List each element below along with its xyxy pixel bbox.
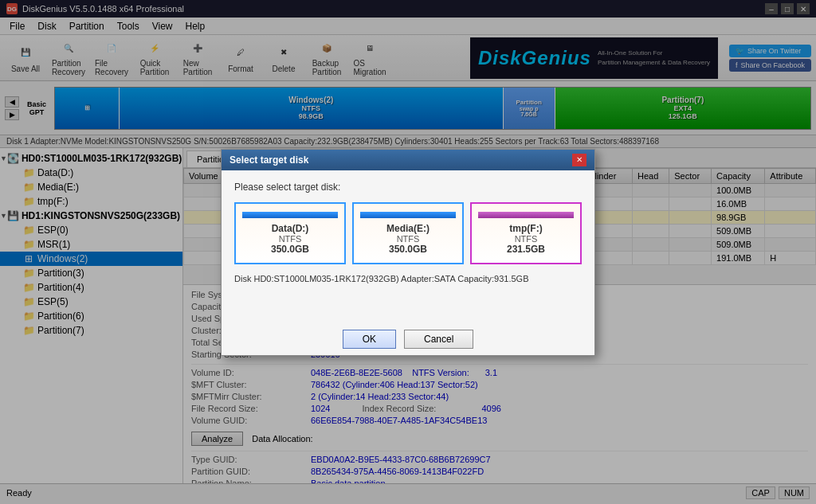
option-fs-tmp-f: NTFS [478, 234, 574, 244]
option-bar-data-d [242, 212, 338, 218]
option-size-tmp-f: 231.5GB [478, 244, 574, 255]
select-target-disk-modal: Select target disk ✕ Please select targe… [221, 149, 595, 356]
disk-options-container: Data(D:) NTFS 350.0GB Media(E:) NTFS 350… [234, 202, 582, 264]
modal-close-button[interactable]: ✕ [572, 154, 586, 166]
modal-cancel-button[interactable]: Cancel [404, 330, 473, 349]
modal-overlay: Select target disk ✕ Please select targe… [0, 0, 816, 501]
modal-disk-info: Disk HD0:ST1000LM035-1RK172(932GB) Adapt… [234, 274, 582, 283]
option-name-media-e: Media(E:) [360, 223, 456, 234]
option-size-media-e: 350.0GB [360, 244, 456, 255]
modal-title: Select target disk [230, 154, 308, 166]
option-fs-data-d: NTFS [242, 234, 338, 244]
disk-option-media-e[interactable]: Media(E:) NTFS 350.0GB [352, 202, 464, 264]
option-fs-media-e: NTFS [360, 234, 456, 244]
modal-buttons: OK Cancel [222, 323, 594, 355]
modal-prompt: Please select target disk: [234, 182, 582, 193]
option-name-tmp-f: tmp(F:) [478, 223, 574, 234]
option-bar-media-e [360, 212, 456, 218]
modal-ok-button[interactable]: OK [343, 330, 396, 349]
disk-option-tmp-f[interactable]: tmp(F:) NTFS 231.5GB [470, 202, 582, 264]
option-size-data-d: 350.0GB [242, 244, 338, 255]
option-name-data-d: Data(D:) [242, 223, 338, 234]
disk-option-data-d[interactable]: Data(D:) NTFS 350.0GB [234, 202, 346, 264]
option-bar-tmp-f [478, 212, 574, 218]
modal-body: Please select target disk: Data(D:) NTFS… [222, 170, 594, 323]
modal-titlebar: Select target disk ✕ [222, 150, 594, 170]
